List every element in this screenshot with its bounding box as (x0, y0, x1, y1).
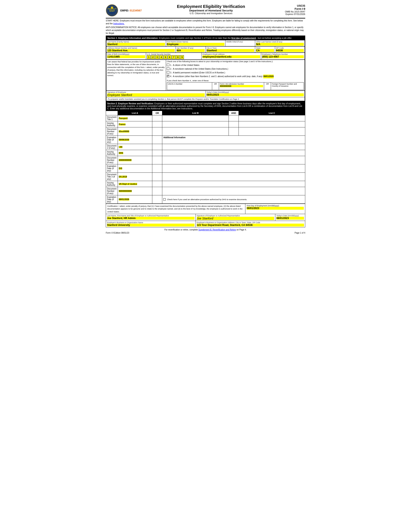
last-name-value: Stanford (107, 43, 165, 46)
doc-num-2-or (152, 156, 162, 164)
edition-label: Form I-9 Edition 08/01/23 (106, 232, 129, 234)
state-label: State (256, 47, 274, 49)
citizenship-option-1: 1. A citizen of the United States (167, 63, 304, 67)
city-label: City or Town (207, 47, 254, 49)
alt-procedure-cell: Check here if you used an alternative pr… (162, 195, 305, 204)
exp-date-2-row: Expiration Date (if any) D/S (106, 164, 305, 173)
ssn-digit-7: 7 (172, 55, 176, 59)
issuing-auth-2-row: Issuing Authority DHS (106, 150, 305, 156)
apt-value: N/A (177, 49, 204, 52)
ssn-digit-4: 4 (159, 55, 163, 59)
alt-procedure-checkbox[interactable] (163, 198, 166, 200)
ssn-digits: 1 2 3 4 5 6 7 8 9 (147, 55, 201, 59)
additional-info-content (162, 144, 305, 150)
address-value: 123 Stanford Ave. (107, 49, 175, 52)
doc-title-1-value: Passport (118, 115, 152, 121)
first-day-label: First Day of Employment (mm/dd/yyyy): (247, 205, 304, 207)
employer-sig-row: Last Name, First Name and Title of Emplo… (106, 214, 305, 221)
ssn-label: U.S. Social Security Number (147, 53, 201, 55)
org-address-value: 123 Your Department Road, Stanford, CA 9… (197, 224, 304, 227)
issuing-auth-1-list-c (239, 121, 305, 127)
employer-sig-value: Joe Stanford (197, 217, 274, 220)
section1-signature-row: Signature of Employee Employee Stanford … (106, 91, 305, 97)
issuing-auth-2-label: Issuing Authority (106, 150, 118, 156)
checkbox-noncitizen-national[interactable] (167, 67, 169, 70)
employer-sig-cell: Signature of Employer or Authorized Repr… (196, 214, 275, 221)
doc-num-3-row: Document Number (if any) N0000000000 (106, 187, 305, 195)
middle-initial-label: Middle Initial (if any) (226, 41, 254, 43)
zip-label: ZIP Code (276, 47, 304, 49)
doc-title-2-row: Document 2 (if any) I-94 (106, 144, 305, 150)
ssn-digit-2: 2 (151, 55, 155, 59)
reverif-link[interactable]: Supplement B, Reverification and Rehire (199, 228, 236, 231)
instructions-link[interactable]: Instructions. (113, 22, 124, 25)
doc-num-1-value: 00xx00000 (118, 127, 152, 136)
doc-num-3-value: N0000000000 (118, 187, 152, 195)
and-divider: AND (229, 111, 239, 115)
exp-date-1-value: 09/09/2030 (118, 136, 152, 144)
empty-header (106, 111, 118, 115)
issuing-auth-3-value: US Dept of Justice (118, 181, 152, 187)
zip-value: 94536 (276, 49, 304, 52)
issuing-auth-1-list-b (162, 121, 229, 127)
additional-info-content-6 (162, 181, 305, 187)
section1-citizenship-row: I am aware that federal law provides for… (106, 60, 305, 91)
doc-title-1-label: Document Title 1 (106, 115, 118, 121)
sig-date-label: Today's Date (mm/dd/yyyy) (207, 91, 304, 93)
list-a-header: List A (118, 111, 152, 115)
section2-header: Section 2. Employer Review and Verificat… (106, 101, 305, 111)
or-label-2: OR (264, 83, 271, 90)
page-label: Page 1 of 4 (295, 232, 305, 234)
doc-num-1-list-c (239, 127, 305, 136)
expiry-date: Expires 07/31/2026 (280, 13, 305, 15)
form-name: Form I-9 (280, 7, 305, 10)
doc-num-3-or (152, 187, 162, 195)
cert-table: Certification: I attest, under penalty o… (106, 204, 305, 214)
ssn-digit-6: 6 (168, 55, 172, 59)
notice1: START HERE: Employers must ensure the fo… (106, 19, 305, 25)
passport-value (272, 87, 303, 89)
item4-fields: USCIS A-Number OR Form I-94 Admission Nu… (167, 82, 304, 90)
doc-num-1-row: Document Number (if any) 00xx00000 (106, 127, 305, 136)
i94-value: 0000000000 (220, 85, 263, 87)
cert-text: Certification: I attest, under penalty o… (106, 204, 245, 214)
org-address-label: Employer's Business or Organization Addr… (197, 221, 304, 224)
additional-info-content-2 (162, 150, 305, 156)
employer-name-label: Last Name, First Name and Title of Emplo… (107, 215, 194, 217)
dept-name: Department of Homeland Security (142, 9, 280, 12)
first-day-value: 08/01/2023 (247, 207, 304, 210)
doc-title-3-or (152, 173, 162, 181)
citizenship-option-4: 4. A noncitizen (other than Item Numbers… (167, 75, 304, 78)
city-value: Stanford (207, 49, 254, 52)
doc-title-3-value: DS-2019 (118, 173, 152, 181)
email-label: Employee's Email Address (202, 53, 260, 55)
emp-id: EMPID: 01234567 (120, 9, 142, 12)
ssn-digit-8: 8 (176, 55, 180, 59)
address-label: Address (Street Number and Name) (107, 47, 175, 49)
citizenship-option-3: 3. A lawful permanent resident (Enter US… (167, 71, 304, 75)
i94-label: Form I-94 Admission Number (220, 83, 263, 85)
checkbox-noncitizen-worker[interactable] (167, 75, 169, 77)
checkbox-citizen[interactable] (167, 64, 169, 66)
issuing-auth-3-label: Issuing Authority (106, 181, 118, 187)
ssn-digit-9: 9 (180, 55, 184, 59)
dob-label: Date of Birth (mm/dd/yyyy) (107, 53, 145, 55)
checkbox-permanent-resident[interactable] (167, 71, 169, 74)
citizenship-instruction: Check one of the following boxes to atte… (167, 60, 304, 63)
first-name-value: Employee (167, 43, 225, 46)
exp-date-2-label: Expiration Date (if any) (106, 164, 118, 173)
sig-label: Signature of Employee (107, 91, 205, 93)
doc-num-2-row: Document Number (if any) 00000000000 (106, 156, 305, 164)
doc-title-2-label: Document 2 (if any) (106, 144, 118, 150)
doc-num-2-value: 00000000000 (118, 156, 152, 164)
form-title: Employment Eligibility Verification (142, 4, 280, 9)
uscis-seal-icon: DEPARTMENT OF HOMELAND SECURITY (106, 4, 118, 17)
dob-value: 11/01/1985 (107, 55, 145, 58)
doc-num-1-or (152, 127, 162, 136)
ssn-digit-3: 3 (155, 55, 159, 59)
issuing-auth-2-or (152, 150, 162, 156)
exp-date-3-value: 08/01/2026 (118, 195, 152, 204)
org-name-cell: Employer's Business or Organization Name… (106, 221, 196, 227)
ssn-digit-1: 1 (147, 55, 151, 59)
citizenship-option-2: 2. A noncitizen national of the United S… (167, 67, 304, 71)
